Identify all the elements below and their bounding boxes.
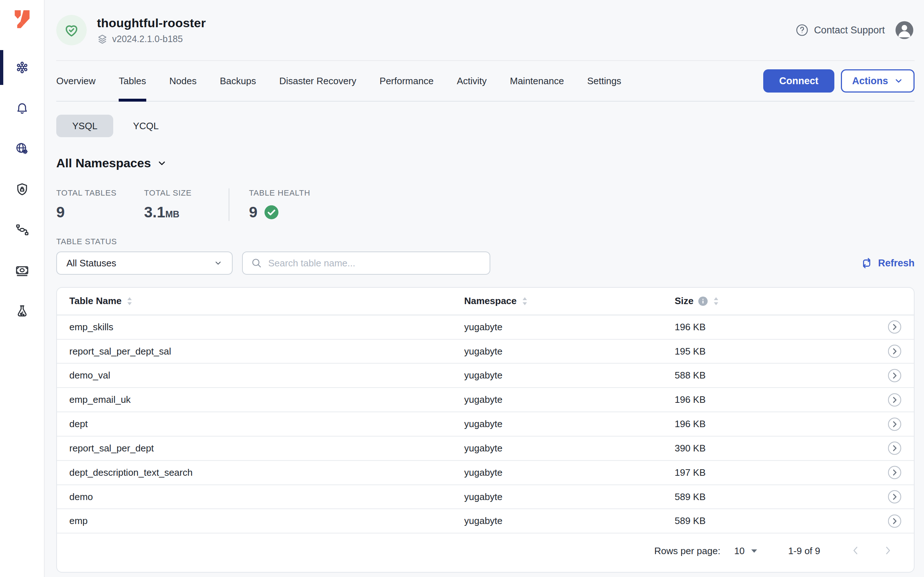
sort-icon[interactable] xyxy=(521,296,529,306)
cell-namespace: yugabyte xyxy=(464,492,675,503)
stats-row: TOTAL TABLES 9 TOTAL SIZE 3.1MB TABLE HE… xyxy=(56,189,914,221)
cluster-name: thoughtful-rooster xyxy=(97,16,206,30)
tab-overview[interactable]: Overview xyxy=(56,61,95,101)
sidebar-item-alerts[interactable] xyxy=(0,88,44,129)
tab-settings[interactable]: Settings xyxy=(587,61,621,101)
sidebar-item-labs[interactable] xyxy=(0,291,44,332)
stat-table-health: TABLE HEALTH 9 xyxy=(249,189,310,221)
sidebar-item-regions-admin[interactable] xyxy=(0,129,44,169)
prev-page-button[interactable] xyxy=(851,545,860,557)
table-row[interactable]: dept yugabyte 196 KB xyxy=(57,412,914,437)
rows-per-page-select[interactable]: 10 xyxy=(734,545,758,557)
table-row[interactable]: report_sal_per_dept_sal yugabyte 195 KB xyxy=(57,340,914,364)
search-icon xyxy=(251,257,263,269)
table-header-row: Table Name Namespace Size xyxy=(57,288,914,315)
cell-table-name: emp_skills xyxy=(69,322,464,333)
toggle-ycql[interactable]: YCQL xyxy=(117,114,174,137)
chevron-right-circle-icon xyxy=(888,441,901,455)
stat-value: 9 xyxy=(249,203,310,221)
namespace-filter[interactable]: All Namespaces xyxy=(56,156,167,170)
table-row[interactable]: emp_skills yugabyte 196 KB xyxy=(57,315,914,340)
filter-row: All Statuses Refresh xyxy=(56,251,914,275)
chevron-right-circle-icon xyxy=(888,369,901,382)
chevron-down-icon xyxy=(157,158,167,168)
info-icon[interactable] xyxy=(698,296,708,306)
sort-icon[interactable] xyxy=(126,296,133,306)
column-header-namespace[interactable]: Namespace xyxy=(464,295,675,307)
row-detail-button[interactable] xyxy=(888,320,901,334)
tab-nodes[interactable]: Nodes xyxy=(169,61,197,101)
tab-activity[interactable]: Activity xyxy=(457,61,487,101)
user-avatar[interactable] xyxy=(894,20,914,40)
flow-icon xyxy=(15,223,29,237)
cluster-header: thoughtful-rooster v2024.2.1.0-b185 Cont… xyxy=(56,0,914,61)
connect-button[interactable]: Connect xyxy=(763,69,834,92)
tab-actions: Connect Actions xyxy=(763,69,914,92)
table-row[interactable]: report_sal_per_dept yugabyte 390 KB xyxy=(57,437,914,461)
column-header-size[interactable]: Size xyxy=(675,295,881,307)
row-detail-button[interactable] xyxy=(888,441,901,455)
row-detail-button[interactable] xyxy=(888,417,901,431)
refresh-button[interactable]: Refresh xyxy=(861,257,914,269)
row-detail-button[interactable] xyxy=(888,514,901,528)
chevron-right-circle-icon xyxy=(888,417,901,431)
cell-namespace: yugabyte xyxy=(464,346,675,357)
tab-performance[interactable]: Performance xyxy=(380,61,434,101)
sidebar-item-security[interactable] xyxy=(0,169,44,210)
table-row[interactable]: dept_description_text_search yugabyte 19… xyxy=(57,461,914,485)
column-header-table-name[interactable]: Table Name xyxy=(69,295,464,307)
main-area: thoughtful-rooster v2024.2.1.0-b185 Cont… xyxy=(45,0,924,577)
stat-label: TOTAL TABLES xyxy=(56,189,144,198)
tables-card: Table Name Namespace Size xyxy=(56,287,914,573)
contact-support-link[interactable]: Contact Support xyxy=(795,23,885,37)
version-text: v2024.2.1.0-b185 xyxy=(112,34,183,44)
cell-table-name: emp xyxy=(69,515,464,527)
bell-icon xyxy=(15,101,29,115)
tab-maintenance[interactable]: Maintenance xyxy=(510,61,564,101)
table-status-label: TABLE STATUS xyxy=(56,237,914,247)
cell-namespace: yugabyte xyxy=(464,370,675,381)
cell-size: 589 KB xyxy=(675,515,881,527)
sidebar-nav xyxy=(0,47,44,332)
table-row[interactable]: demo_val yugabyte 588 KB xyxy=(57,364,914,388)
row-detail-button[interactable] xyxy=(888,369,901,382)
cell-table-name: report_sal_per_dept_sal xyxy=(69,346,464,357)
triangle-down-icon xyxy=(750,548,758,553)
row-detail-button[interactable] xyxy=(888,490,901,504)
sidebar-item-integrations[interactable] xyxy=(0,210,44,250)
tab-backups[interactable]: Backups xyxy=(220,61,256,101)
chevron-right-circle-icon xyxy=(888,320,901,334)
sidebar-item-billing[interactable] xyxy=(0,250,44,291)
cell-table-name: demo xyxy=(69,492,464,503)
sidebar-item-clusters[interactable] xyxy=(0,47,44,88)
table-row[interactable]: demo yugabyte 589 KB xyxy=(57,485,914,509)
row-detail-button[interactable] xyxy=(888,344,901,358)
chevron-right-circle-icon xyxy=(888,514,901,528)
search-input[interactable] xyxy=(268,258,482,269)
stats-divider xyxy=(229,189,229,221)
chevron-right-circle-icon xyxy=(888,490,901,504)
tab-disaster-recovery[interactable]: Disaster Recovery xyxy=(279,61,356,101)
sort-icon[interactable] xyxy=(713,296,720,306)
toggle-ysql[interactable]: YSQL xyxy=(56,114,113,137)
stat-unit: MB xyxy=(165,209,179,219)
row-detail-button[interactable] xyxy=(888,466,901,479)
chevron-right-icon xyxy=(883,545,892,556)
tab-tables[interactable]: Tables xyxy=(119,61,146,101)
shield-lock-icon xyxy=(15,182,29,197)
active-nav-indicator xyxy=(0,50,3,85)
cell-table-name: emp_email_uk xyxy=(69,394,464,405)
health-heart-badge xyxy=(56,15,87,45)
row-detail-button[interactable] xyxy=(888,393,901,407)
version-row: v2024.2.1.0-b185 xyxy=(97,34,206,45)
table-row[interactable]: emp_email_uk yugabyte 196 KB xyxy=(57,388,914,412)
status-select[interactable]: All Statuses xyxy=(56,251,233,275)
table-row[interactable]: emp yugabyte 589 KB xyxy=(57,509,914,533)
contact-support-label: Contact Support xyxy=(814,25,885,36)
layers-icon xyxy=(97,34,108,45)
cell-namespace: yugabyte xyxy=(464,322,675,333)
search-box xyxy=(242,251,490,275)
actions-button[interactable]: Actions xyxy=(841,69,914,92)
status-select-value: All Statuses xyxy=(66,258,116,269)
next-page-button[interactable] xyxy=(883,545,892,557)
